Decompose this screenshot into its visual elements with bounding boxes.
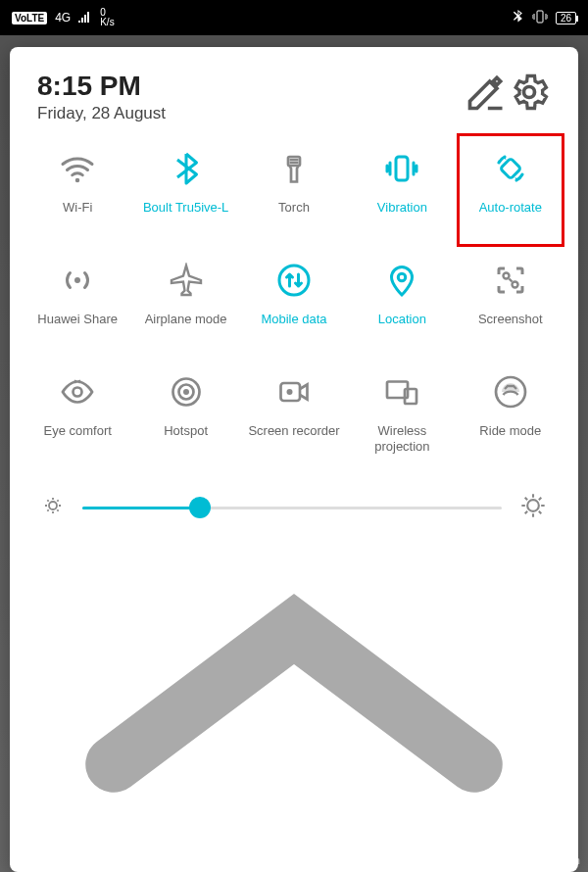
screenshot-icon [493, 263, 528, 298]
tile-label: Location [378, 312, 426, 343]
bluetooth-icon [169, 151, 204, 186]
airplane-icon [169, 263, 204, 298]
brightness-low-icon [41, 494, 65, 521]
volte-indicator: VoLTE [12, 12, 47, 24]
svg-point-8 [399, 273, 407, 281]
tile-airplane[interactable]: Airplane mode [131, 249, 239, 361]
watermark: wsxdn.com [526, 854, 580, 866]
wifi-icon [60, 151, 95, 186]
tile-label: Wireless projection [350, 423, 454, 455]
quick-settings-panel: 8:15 PM Friday, 28 August Wi-FiBoult Tru… [10, 47, 578, 872]
svg-point-20 [49, 502, 57, 509]
bluetooth-status-icon [513, 10, 524, 26]
recorder-icon [276, 374, 312, 410]
battery-indicator: 26 [556, 12, 576, 24]
eye-icon [60, 374, 95, 410]
tile-label: Auto-rotate [479, 200, 542, 231]
tile-label: Screen recorder [248, 423, 339, 455]
tile-label: Mobile data [261, 312, 326, 343]
ride-icon [493, 374, 528, 410]
hotspot-icon [169, 374, 204, 410]
tile-vibration[interactable]: Vibration [348, 137, 456, 249]
tile-label: Eye comfort [44, 423, 112, 455]
clock-date[interactable]: Friday, 28 August [37, 104, 465, 123]
tile-location[interactable]: Location [348, 249, 456, 361]
tile-wifi[interactable]: Wi-Fi [24, 137, 131, 249]
svg-rect-5 [500, 158, 520, 178]
svg-rect-4 [396, 157, 408, 180]
tile-label: Vibration [377, 200, 427, 231]
brightness-row [24, 472, 564, 537]
tile-label: Hotspot [164, 423, 208, 455]
tile-label: Airplane mode [145, 312, 227, 343]
network-type: 4G [55, 11, 71, 24]
share-icon [60, 263, 95, 298]
tile-mobiledata[interactable]: Mobile data [240, 249, 348, 361]
brightness-slider[interactable] [82, 507, 502, 509]
tile-ride[interactable]: Ride mode [457, 361, 564, 472]
vibrate-status-icon [532, 10, 548, 26]
torch-icon [276, 151, 312, 186]
tile-share[interactable]: Huawei Share [24, 249, 131, 361]
svg-point-21 [527, 500, 539, 511]
tile-projection[interactable]: Wireless projection [348, 361, 456, 472]
svg-point-10 [512, 282, 517, 288]
svg-point-9 [503, 273, 509, 279]
svg-point-11 [74, 388, 82, 397]
tile-eye[interactable]: Eye comfort [24, 361, 131, 472]
tile-label: Huawei Share [37, 312, 118, 343]
svg-point-7 [279, 266, 309, 295]
mobiledata-icon [276, 263, 312, 298]
clock-time[interactable]: 8:15 PM [37, 71, 465, 102]
tile-bluetooth[interactable]: Boult Tru5ive-L [131, 137, 239, 249]
projection-icon [384, 374, 419, 410]
settings-button[interactable] [508, 71, 551, 114]
tile-label: Screenshot [478, 312, 543, 343]
data-speed: 0K/s [100, 8, 114, 27]
panel-header: 8:15 PM Friday, 28 August [24, 71, 564, 137]
expand-chevron-icon[interactable] [24, 537, 564, 866]
tile-label: Torch [278, 200, 310, 231]
tile-recorder[interactable]: Screen recorder [240, 361, 348, 472]
tile-label: Ride mode [479, 423, 541, 455]
tile-rotate[interactable]: Auto-rotate [457, 137, 564, 249]
svg-rect-0 [537, 11, 543, 23]
svg-point-1 [524, 87, 535, 98]
tile-hotspot[interactable]: Hotspot [131, 361, 239, 472]
svg-point-6 [74, 277, 80, 283]
brightness-high-icon [519, 492, 547, 523]
location-icon [384, 263, 419, 298]
tiles-grid: Wi-FiBoult Tru5ive-LTorchVibrationAuto-r… [24, 137, 564, 472]
rotate-icon [493, 151, 528, 186]
tile-label: Boult Tru5ive-L [143, 200, 228, 231]
edit-button[interactable] [465, 71, 508, 114]
svg-point-12 [183, 389, 189, 395]
status-bar: VoLTE 4G 0K/s 26 [0, 0, 588, 35]
tile-screenshot[interactable]: Screenshot [457, 249, 564, 361]
tile-torch[interactable]: Torch [240, 137, 348, 249]
svg-point-2 [75, 178, 80, 183]
brightness-thumb[interactable] [189, 497, 211, 518]
signal-icon [78, 11, 92, 25]
tile-label: Wi-Fi [63, 200, 92, 231]
svg-point-16 [286, 389, 292, 395]
vibration-icon [384, 151, 419, 186]
svg-rect-3 [288, 157, 300, 166]
